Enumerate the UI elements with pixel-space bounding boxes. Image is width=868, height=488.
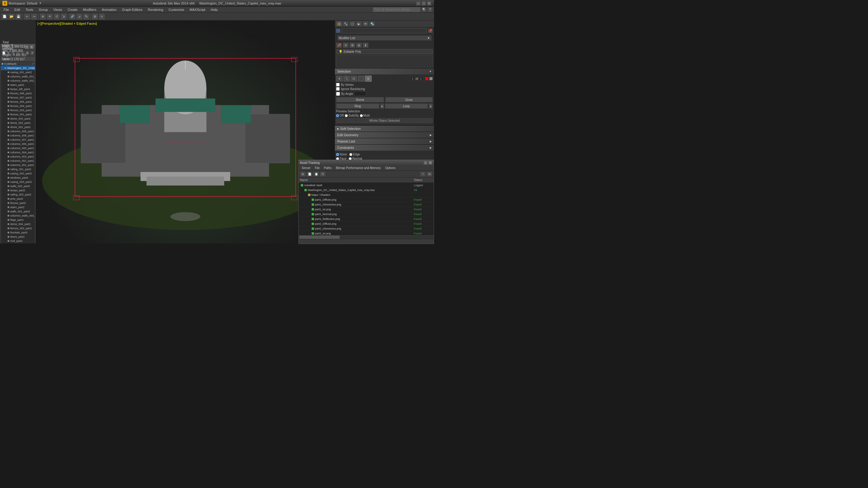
layer-item[interactable]: railing_002_part2 [1, 193, 35, 197]
layer-item[interactable]: fences_005_part1 [1, 100, 35, 104]
layer-item[interactable]: pots_part2 [1, 197, 35, 201]
layer-item[interactable]: casing_001_part2 [1, 70, 35, 74]
close-button[interactable]: ✕ [427, 1, 432, 6]
menu-rendering[interactable]: Rendering [146, 7, 166, 13]
loop-button[interactable]: Loop [385, 103, 428, 109]
menu-tools[interactable]: Tools [23, 7, 36, 13]
create-tab[interactable]: ⊕ [336, 21, 342, 27]
soft-selection-header[interactable]: ▶ Soft Selection [335, 126, 434, 132]
asset-menu-server[interactable]: Server [300, 166, 312, 170]
layer-item[interactable]: fences_002_part1 [1, 226, 35, 230]
modifier-list-dropdown[interactable]: Modifier List ▼ [337, 35, 432, 41]
modify-tab[interactable]: 🔧 [343, 21, 349, 27]
ring-spinner-up[interactable]: ▲ [380, 103, 384, 109]
layer-item[interactable]: dome_002_part1 [1, 121, 35, 125]
undo-btn[interactable]: ↩ [24, 13, 30, 20]
asset-menu-options[interactable]: Options [383, 166, 397, 170]
layer-item[interactable]: fences_008_part1 [1, 91, 35, 96]
menu-file[interactable]: File [1, 7, 11, 13]
layer-item[interactable]: dome_004_part1 [1, 222, 35, 226]
asset-tb-settings[interactable]: ⚙ [427, 171, 433, 177]
menu-maxscript[interactable]: MAXScript [187, 7, 208, 13]
layer-item[interactable]: casing_003_part2 [1, 180, 35, 184]
layer-item[interactable]: walls_002_part2 [1, 184, 35, 188]
asset-table-body[interactable]: Autodesk Vault Logged Washington_DC_Unit… [299, 183, 434, 235]
collapse-all-btn[interactable]: ⬇ [363, 42, 369, 48]
menu-graph-editors[interactable]: Graph Editors [120, 7, 145, 13]
ignore-backfacing-check[interactable] [336, 87, 340, 91]
make-unique-btn[interactable]: ⊕ [356, 42, 362, 48]
by-angle-check[interactable] [336, 92, 340, 96]
motion-tab[interactable]: ▶ [356, 21, 362, 27]
layer-item[interactable]: columns_006_part1 [1, 142, 35, 146]
layer-item[interactable]: columns_walls_001_part1 [1, 74, 35, 78]
menu-customize[interactable]: Customize [166, 7, 187, 13]
menu-group[interactable]: Group [36, 7, 50, 13]
layer-item[interactable]: stairs_part2 [1, 205, 35, 209]
asset-horizontal-scrollbar[interactable] [299, 235, 434, 239]
object-color-swatch[interactable] [336, 29, 340, 33]
edge-icon[interactable]: ╲ [343, 76, 350, 82]
layer-item[interactable]: windows_part1 [1, 175, 35, 180]
layer-item[interactable]: fences_003_part1 [1, 108, 35, 112]
menu-modifiers[interactable]: Modifiers [81, 7, 99, 13]
layer-item[interactable]: casing_002_part2 [1, 171, 35, 175]
pin-stack-btn[interactable]: 📌 [336, 42, 342, 48]
layer-item[interactable]: columns_002_part1 [1, 159, 35, 163]
redo-btn[interactable]: ↪ [31, 13, 37, 20]
save-btn[interactable]: 💾 [15, 13, 22, 20]
layer-item[interactable]: fences_007_part1 [1, 96, 35, 100]
asset-close-btn[interactable]: ✕ [428, 161, 433, 165]
asset-row[interactable]: part2_Diffuse.png Found [299, 221, 434, 226]
grow-button[interactable]: Grow [385, 97, 433, 102]
preview-multi-radio[interactable] [360, 114, 363, 117]
asset-menu-file[interactable]: File [313, 166, 321, 170]
scale-btn[interactable]: ⇲ [60, 13, 67, 20]
polygon-icon[interactable]: ⬛ [358, 76, 364, 82]
hierarchy-tab[interactable]: ⬡ [349, 21, 355, 27]
menu-edit[interactable]: Edit [12, 7, 23, 13]
layer-item[interactable]: columns_009_part1 [1, 129, 35, 133]
display-tab[interactable]: 👁 [363, 21, 369, 27]
layer-item[interactable]: 0 (default)✓ [1, 62, 35, 66]
select-btn[interactable]: ⊕ [39, 13, 46, 20]
shrink-button[interactable]: Shrink [336, 97, 384, 102]
layer-item[interactable]: flags_part1 [1, 218, 35, 222]
asset-row[interactable]: part1_Glossiness.png Found [299, 202, 434, 207]
help-icon[interactable]: ? [427, 7, 433, 12]
layer-item[interactable]: fences_part2 [1, 201, 35, 205]
sel-grey-btn[interactable] [429, 77, 433, 80]
utility-tab[interactable]: 🔩 [369, 21, 375, 27]
new-btn[interactable]: 📄 [1, 13, 8, 20]
remove-mod-btn[interactable]: ✕ [343, 42, 349, 48]
angle-value-input[interactable]: 45.0 [354, 91, 366, 96]
asset-tb-btn3[interactable]: 📋 [313, 171, 319, 177]
layer-item[interactable]: doors_part1 [1, 235, 35, 239]
layer-item[interactable]: columns_005_part1 [1, 146, 35, 150]
layer-item[interactable]: roof_part1 [1, 239, 35, 243]
asset-row[interactable]: part2_Glossiness.png Found [299, 226, 434, 231]
asset-scroll-thumb[interactable] [299, 235, 340, 239]
layer-item[interactable]: fences_004_part1 [1, 104, 35, 108]
config-mod-btn[interactable]: ⚙ [349, 42, 355, 48]
layer-item[interactable]: dome_001_part1 [1, 125, 35, 129]
layer-item[interactable]: stairs_part1 [1, 83, 35, 87]
layer-item[interactable]: columns_007_part1 [1, 138, 35, 142]
object-name-input[interactable]: roof_part1 [341, 28, 427, 33]
layer-item[interactable]: fences_006_part1 [1, 243, 35, 243]
layer-item[interactable]: fountain_part2 [1, 230, 35, 235]
constraint-none-radio[interactable] [336, 153, 339, 156]
border-icon[interactable]: ⊡ [350, 76, 357, 82]
preview-subobj-radio[interactable] [345, 114, 348, 117]
asset-menu-paths[interactable]: Paths [322, 166, 334, 170]
minimize-button[interactable]: – [416, 1, 421, 6]
align-btn[interactable]: ≡ [98, 13, 105, 20]
asset-row[interactable]: Autodesk Vault Logged [299, 183, 434, 188]
angle-snap-btn[interactable]: ⊿ [76, 13, 83, 20]
selection-header[interactable]: Selection ▼ [335, 68, 434, 74]
menu-help[interactable]: Help [208, 7, 220, 13]
mirror-btn[interactable]: ⊞ [92, 13, 98, 20]
percent-snap-btn[interactable]: % [83, 13, 90, 20]
asset-menu-bitmap[interactable]: Bitmap Performance and Memory [334, 166, 383, 170]
asset-tb-btn4[interactable]: 🗒 [320, 171, 326, 177]
